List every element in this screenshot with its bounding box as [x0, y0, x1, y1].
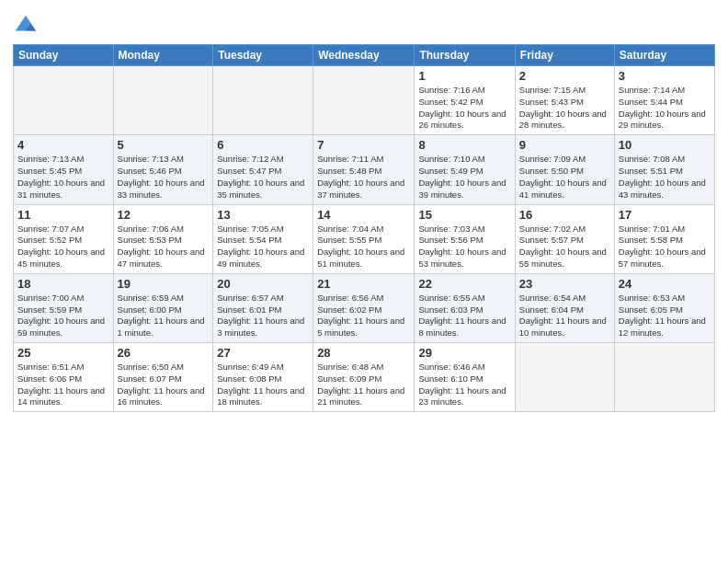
day-cell: 17Sunrise: 7:01 AM Sunset: 5:58 PM Dayli… [614, 204, 714, 273]
day-info: Sunrise: 6:46 AM Sunset: 6:10 PM Dayligh… [418, 362, 510, 408]
day-number: 4 [17, 138, 109, 152]
calendar-table: SundayMondayTuesdayWednesdayThursdayFrid… [13, 44, 715, 412]
day-cell: 14Sunrise: 7:04 AM Sunset: 5:55 PM Dayli… [313, 204, 415, 273]
day-number: 3 [619, 69, 711, 83]
day-cell: 20Sunrise: 6:57 AM Sunset: 6:01 PM Dayli… [213, 273, 313, 342]
day-info: Sunrise: 7:10 AM Sunset: 5:49 PM Dayligh… [418, 154, 510, 201]
day-info: Sunrise: 7:08 AM Sunset: 5:51 PM Dayligh… [619, 154, 711, 201]
day-cell: 28Sunrise: 6:48 AM Sunset: 6:09 PM Dayli… [313, 343, 415, 412]
week-row-4: 18Sunrise: 7:00 AM Sunset: 5:59 PM Dayli… [14, 273, 715, 342]
day-number: 12 [118, 208, 210, 222]
day-cell: 13Sunrise: 7:05 AM Sunset: 5:54 PM Dayli… [213, 204, 313, 273]
day-info: Sunrise: 7:14 AM Sunset: 5:44 PM Dayligh… [619, 85, 711, 132]
day-info: Sunrise: 6:48 AM Sunset: 6:09 PM Dayligh… [317, 362, 410, 408]
day-info: Sunrise: 6:53 AM Sunset: 6:05 PM Dayligh… [619, 293, 711, 339]
day-info: Sunrise: 7:07 AM Sunset: 5:52 PM Dayligh… [17, 224, 109, 270]
day-cell: 19Sunrise: 6:59 AM Sunset: 6:00 PM Dayli… [113, 273, 213, 342]
day-info: Sunrise: 7:13 AM Sunset: 5:45 PM Dayligh… [17, 154, 109, 201]
logo-icon [13, 13, 39, 39]
header-sunday: Sunday [14, 45, 114, 66]
day-number: 25 [17, 346, 109, 360]
day-info: Sunrise: 7:09 AM Sunset: 5:50 PM Dayligh… [519, 154, 610, 201]
day-info: Sunrise: 6:49 AM Sunset: 6:08 PM Dayligh… [217, 362, 309, 408]
day-number: 5 [118, 138, 210, 152]
week-row-3: 11Sunrise: 7:07 AM Sunset: 5:52 PM Dayli… [14, 204, 715, 273]
day-info: Sunrise: 6:50 AM Sunset: 6:07 PM Dayligh… [118, 362, 210, 408]
day-cell: 21Sunrise: 6:56 AM Sunset: 6:02 PM Dayli… [313, 273, 415, 342]
day-cell [614, 343, 714, 412]
header-thursday: Thursday [415, 45, 515, 66]
day-number: 7 [317, 138, 410, 152]
day-cell: 12Sunrise: 7:06 AM Sunset: 5:53 PM Dayli… [113, 204, 213, 273]
day-number: 22 [418, 277, 510, 291]
day-info: Sunrise: 7:12 AM Sunset: 5:47 PM Dayligh… [217, 154, 309, 201]
day-cell: 26Sunrise: 6:50 AM Sunset: 6:07 PM Dayli… [113, 343, 213, 412]
day-number: 24 [619, 277, 711, 291]
day-cell [14, 66, 114, 135]
header-tuesday: Tuesday [213, 45, 313, 66]
day-cell: 25Sunrise: 6:51 AM Sunset: 6:06 PM Dayli… [14, 343, 114, 412]
day-cell: 10Sunrise: 7:08 AM Sunset: 5:51 PM Dayli… [614, 135, 714, 204]
day-info: Sunrise: 6:54 AM Sunset: 6:04 PM Dayligh… [519, 293, 610, 339]
day-info: Sunrise: 6:51 AM Sunset: 6:06 PM Dayligh… [17, 362, 109, 408]
day-cell: 11Sunrise: 7:07 AM Sunset: 5:52 PM Dayli… [14, 204, 114, 273]
day-number: 8 [418, 138, 510, 152]
day-cell: 16Sunrise: 7:02 AM Sunset: 5:57 PM Dayli… [515, 204, 614, 273]
day-number: 14 [317, 208, 410, 222]
week-row-5: 25Sunrise: 6:51 AM Sunset: 6:06 PM Dayli… [14, 343, 715, 412]
week-row-2: 4Sunrise: 7:13 AM Sunset: 5:45 PM Daylig… [14, 135, 715, 204]
day-info: Sunrise: 7:13 AM Sunset: 5:46 PM Dayligh… [118, 154, 210, 201]
logo [13, 13, 40, 39]
day-info: Sunrise: 6:55 AM Sunset: 6:03 PM Dayligh… [418, 293, 510, 339]
day-number: 19 [118, 277, 210, 291]
day-number: 9 [519, 138, 610, 152]
day-cell: 5Sunrise: 7:13 AM Sunset: 5:46 PM Daylig… [113, 135, 213, 204]
week-row-1: 1Sunrise: 7:16 AM Sunset: 5:42 PM Daylig… [14, 66, 715, 135]
day-number: 23 [519, 277, 610, 291]
day-number: 1 [418, 69, 510, 83]
day-info: Sunrise: 7:05 AM Sunset: 5:54 PM Dayligh… [217, 224, 309, 270]
day-cell: 2Sunrise: 7:15 AM Sunset: 5:43 PM Daylig… [515, 66, 614, 135]
day-number: 17 [619, 208, 711, 222]
day-cell: 18Sunrise: 7:00 AM Sunset: 5:59 PM Dayli… [14, 273, 114, 342]
day-cell: 29Sunrise: 6:46 AM Sunset: 6:10 PM Dayli… [415, 343, 515, 412]
day-cell: 8Sunrise: 7:10 AM Sunset: 5:49 PM Daylig… [415, 135, 515, 204]
header-wednesday: Wednesday [313, 45, 415, 66]
day-number: 26 [118, 346, 210, 360]
day-cell: 9Sunrise: 7:09 AM Sunset: 5:50 PM Daylig… [515, 135, 614, 204]
header-saturday: Saturday [614, 45, 714, 66]
header-friday: Friday [515, 45, 614, 66]
day-number: 21 [317, 277, 410, 291]
day-info: Sunrise: 7:06 AM Sunset: 5:53 PM Dayligh… [118, 224, 210, 270]
day-cell: 24Sunrise: 6:53 AM Sunset: 6:05 PM Dayli… [614, 273, 714, 342]
day-info: Sunrise: 6:59 AM Sunset: 6:00 PM Dayligh… [118, 293, 210, 339]
day-number: 18 [17, 277, 109, 291]
day-info: Sunrise: 7:02 AM Sunset: 5:57 PM Dayligh… [519, 224, 610, 270]
day-number: 16 [519, 208, 610, 222]
day-info: Sunrise: 7:00 AM Sunset: 5:59 PM Dayligh… [17, 293, 109, 339]
day-cell [313, 66, 415, 135]
day-info: Sunrise: 7:04 AM Sunset: 5:55 PM Dayligh… [317, 224, 410, 270]
day-info: Sunrise: 6:57 AM Sunset: 6:01 PM Dayligh… [217, 293, 309, 339]
day-info: Sunrise: 7:03 AM Sunset: 5:56 PM Dayligh… [418, 224, 510, 270]
day-cell: 15Sunrise: 7:03 AM Sunset: 5:56 PM Dayli… [415, 204, 515, 273]
day-cell: 1Sunrise: 7:16 AM Sunset: 5:42 PM Daylig… [415, 66, 515, 135]
day-number: 13 [217, 208, 309, 222]
day-cell [515, 343, 614, 412]
day-cell: 4Sunrise: 7:13 AM Sunset: 5:45 PM Daylig… [14, 135, 114, 204]
page-header [13, 9, 715, 39]
day-number: 11 [17, 208, 109, 222]
day-cell [213, 66, 313, 135]
day-number: 2 [519, 69, 610, 83]
day-number: 10 [619, 138, 711, 152]
header-monday: Monday [113, 45, 213, 66]
day-number: 28 [317, 346, 410, 360]
day-cell: 7Sunrise: 7:11 AM Sunset: 5:48 PM Daylig… [313, 135, 415, 204]
day-info: Sunrise: 7:01 AM Sunset: 5:58 PM Dayligh… [619, 224, 711, 270]
page-container: SundayMondayTuesdayWednesdayThursdayFrid… [0, 0, 728, 418]
day-cell: 6Sunrise: 7:12 AM Sunset: 5:47 PM Daylig… [213, 135, 313, 204]
day-number: 20 [217, 277, 309, 291]
day-cell: 23Sunrise: 6:54 AM Sunset: 6:04 PM Dayli… [515, 273, 614, 342]
day-info: Sunrise: 7:16 AM Sunset: 5:42 PM Dayligh… [418, 85, 510, 132]
day-number: 27 [217, 346, 309, 360]
